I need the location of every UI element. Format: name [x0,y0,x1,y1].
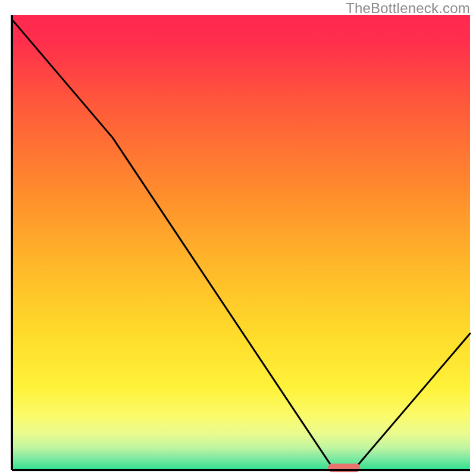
plot-background [12,15,470,470]
watermark-text: TheBottleneck.com [346,0,470,17]
bottleneck-chart [0,0,476,476]
